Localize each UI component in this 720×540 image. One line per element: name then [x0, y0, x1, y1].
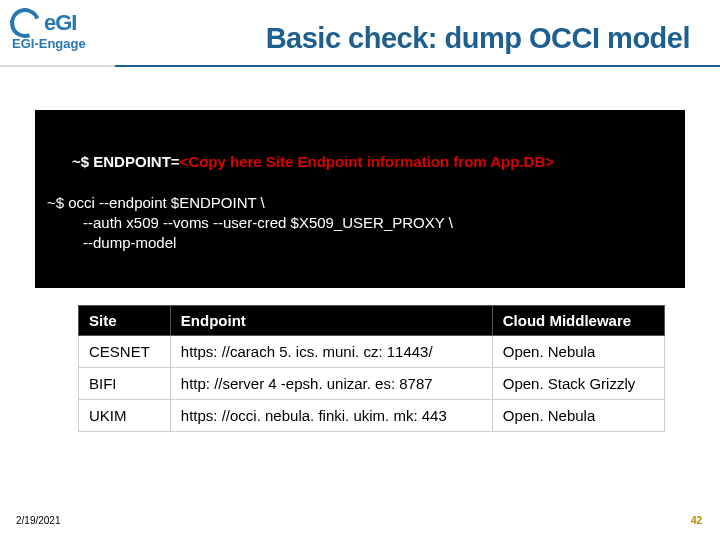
page-title: Basic check: dump OCCI model: [200, 22, 690, 61]
term-line4: --dump-model: [47, 233, 673, 253]
cell-middleware: Open. Nebula: [492, 336, 664, 368]
brand-logo: eGI EGI-Engage: [10, 8, 105, 51]
footer-page-number: 42: [691, 515, 702, 526]
th-middleware: Cloud Middleware: [492, 306, 664, 336]
cell-site: CESNET: [79, 336, 171, 368]
cell-endpoint: https: //occi. nebula. finki. ukim. mk: …: [170, 400, 492, 432]
cell-middleware: Open. Nebula: [492, 400, 664, 432]
title-underline: [0, 65, 720, 67]
th-endpoint: Endpoint: [170, 306, 492, 336]
logo-text: eGI: [44, 10, 76, 36]
endpoint-table: Site Endpoint Cloud Middleware CESNET ht…: [78, 305, 665, 432]
footer-date: 2/19/2021: [16, 515, 61, 526]
table-row: BIFI http: //server 4 -epsh. unizar. es:…: [79, 368, 665, 400]
term-line2: ~$ occi --endpoint $ENDPOINT \: [47, 193, 673, 213]
table-row: CESNET https: //carach 5. ics. muni. cz:…: [79, 336, 665, 368]
th-site: Site: [79, 306, 171, 336]
term-line1-prefix: ~$ ENDPOINT=: [72, 153, 180, 170]
table-header-row: Site Endpoint Cloud Middleware: [79, 306, 665, 336]
terminal-block: ~$ ENDPOINT=<Copy here Site Endpoint inf…: [35, 110, 685, 288]
slide: eGI EGI-Engage Basic check: dump OCCI mo…: [0, 0, 720, 540]
cell-site: UKIM: [79, 400, 171, 432]
term-line3: --auth x509 --voms --user-cred $X509_USE…: [47, 213, 673, 233]
cell-endpoint: http: //server 4 -epsh. unizar. es: 8787: [170, 368, 492, 400]
cell-middleware: Open. Stack Grizzly: [492, 368, 664, 400]
table-row: UKIM https: //occi. nebula. finki. ukim.…: [79, 400, 665, 432]
term-line1-param: <Copy here Site Endpoint information fro…: [180, 153, 554, 170]
cell-endpoint: https: //carach 5. ics. muni. cz: 11443/: [170, 336, 492, 368]
cell-site: BIFI: [79, 368, 171, 400]
